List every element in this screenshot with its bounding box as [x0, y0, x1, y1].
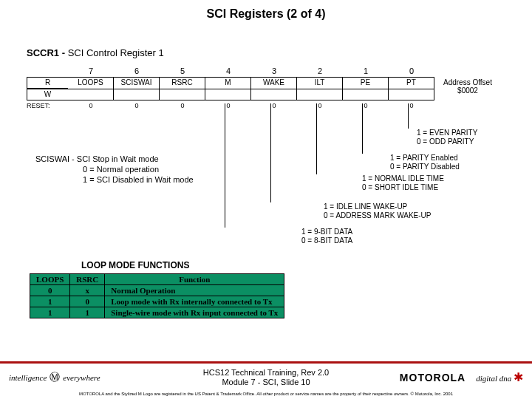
w-label: W [27, 89, 68, 100]
bitnum-5: 5 [160, 66, 205, 75]
ilt-1: 1 = NORMAL IDLE TIME [362, 174, 444, 183]
address-offset: Address Offset $0002 [443, 78, 492, 95]
sciswai-1: 1 = SCI Disabled in Wait mode [35, 174, 194, 185]
pt-0: 0 = ODD PARITY [417, 137, 477, 146]
leader-pe [362, 103, 363, 154]
reset-0: 0 [389, 102, 434, 109]
pe-1: 1 = PARITY Enabled [390, 154, 460, 163]
cell: Single-wire mode with Rx input connected… [105, 307, 284, 318]
annotation-m: 1 = 9-BIT DATA 0 = 8-BIT DATA [301, 228, 352, 245]
footer: intelligence Ⓜ everywhere HCS12 Technica… [0, 361, 532, 399]
cell: 1 [70, 307, 105, 318]
loop-table-title: LOOP MODE FUNCTIONS [81, 260, 189, 270]
leader-ilt [316, 103, 317, 174]
bitnum-4: 4 [205, 66, 251, 75]
star-icon: ✱ [514, 371, 523, 383]
reset-row: RESET: 0 0 0 0 0 0 0 0 [27, 102, 434, 109]
register-name: SCCR1 - SCI Control Register 1 [27, 47, 164, 58]
address-label: Address Offset [443, 78, 492, 86]
field-2: ILT [297, 77, 343, 89]
cell: 1 [30, 296, 70, 307]
field-3: WAKE [251, 77, 297, 89]
loop-header-row: LOOPS RSRC Function [30, 274, 284, 285]
register-name-bold: SCCR1 [27, 47, 59, 58]
m-1: 1 = 9-BIT DATA [301, 228, 352, 236]
leader-m [225, 103, 225, 228]
loop-h3: Function [105, 274, 284, 285]
sciswai-0: 0 = Normal operation [35, 164, 194, 174]
pe-0: 0 = PARITY Disabled [390, 163, 460, 171]
register-diagram: 7 6 5 4 3 2 1 0 R LOOPS SCISWAI RSRC M W… [27, 66, 434, 109]
write-row: W [27, 89, 434, 100]
register-dash: - [62, 47, 65, 58]
leader-wake [270, 103, 271, 202]
bitnum-6: 6 [114, 66, 160, 75]
bitnum-0: 0 [389, 66, 434, 75]
loop-table: LOOPS RSRC Function 0 x Normal Operation… [30, 273, 284, 318]
reset-3: 0 [251, 102, 297, 109]
ilt-0: 0 = SHORT IDLE TIME [362, 183, 444, 192]
cell: 0 [30, 285, 70, 296]
r-label: R [27, 77, 68, 89]
brand-motorola: MOTOROLA digital dna ✱ [400, 370, 523, 384]
pt-1: 1 = EVEN PARITY [417, 129, 477, 137]
reset-label: RESET: [27, 102, 68, 109]
brand-word-2: everywhere [63, 373, 100, 382]
brand-word-1: intelligence [9, 373, 47, 382]
reset-6: 0 [114, 102, 160, 109]
cell: Normal Operation [105, 285, 284, 296]
field-1: PE [343, 77, 389, 89]
reset-2: 0 [297, 102, 343, 109]
wake-0: 0 = ADDRESS MARK WAKE-UP [324, 211, 432, 220]
field-5: RSRC [160, 77, 205, 89]
field-4: M [205, 77, 251, 89]
bat-icon: Ⓜ [50, 371, 60, 384]
reset-7: 0 [68, 102, 114, 109]
loop-h2: RSRC [70, 274, 105, 285]
table-row: 1 0 Loop mode with Rx internally connect… [30, 296, 284, 307]
wake-1: 1 = IDLE LINE WAKE-UP [324, 202, 432, 211]
bitnum-1: 1 [343, 66, 389, 75]
cell: 0 [70, 296, 105, 307]
motorola-text: MOTOROLA [400, 372, 466, 383]
annotation-wake: 1 = IDLE LINE WAKE-UP 0 = ADDRESS MARK W… [324, 202, 432, 220]
cell: x [70, 285, 105, 296]
reset-5: 0 [160, 102, 205, 109]
field-7: LOOPS [68, 77, 114, 89]
copyright-line: MOTOROLA and the Stylized M Logo are reg… [0, 392, 532, 399]
bit-numbers: 7 6 5 4 3 2 1 0 [27, 66, 434, 75]
read-row: R LOOPS SCISWAI RSRC M WAKE ILT PE PT [27, 77, 434, 89]
reset-1: 0 [343, 102, 389, 109]
register-name-desc: SCI Control Register 1 [68, 47, 164, 58]
bitnum-2: 2 [297, 66, 343, 75]
reset-4: 0 [205, 102, 251, 109]
brand-intelligence-everywhere: intelligence Ⓜ everywhere [9, 371, 100, 384]
table-row: 1 1 Single-wire mode with Rx input conne… [30, 307, 284, 318]
table-row: 0 x Normal Operation [30, 285, 284, 296]
page-title: SCI Registers (2 of 4) [0, 0, 532, 21]
m-0: 0 = 8-BIT DATA [301, 236, 352, 245]
field-6: SCISWAI [114, 77, 160, 89]
field-0: PT [389, 77, 434, 89]
loop-h1: LOOPS [30, 274, 70, 285]
leader-pt [408, 103, 409, 129]
annotation-ilt: 1 = NORMAL IDLE TIME 0 = SHORT IDLE TIME [362, 174, 444, 192]
annotation-pe: 1 = PARITY Enabled 0 = PARITY Disabled [390, 154, 460, 171]
sciswai-title: SCISWAI - SCI Stop in Wait mode [35, 154, 194, 164]
annotation-pt: 1 = EVEN PARITY 0 = ODD PARITY [417, 129, 477, 146]
digital-dna-text: digital dna [476, 374, 511, 383]
bitnum-3: 3 [251, 66, 297, 75]
cell: Loop mode with Rx internally connected t… [105, 296, 284, 307]
sciswai-block: SCISWAI - SCI Stop in Wait mode 0 = Norm… [35, 154, 194, 185]
bitnum-7: 7 [68, 66, 114, 75]
cell: 1 [30, 307, 70, 318]
address-value: $0002 [443, 86, 492, 95]
